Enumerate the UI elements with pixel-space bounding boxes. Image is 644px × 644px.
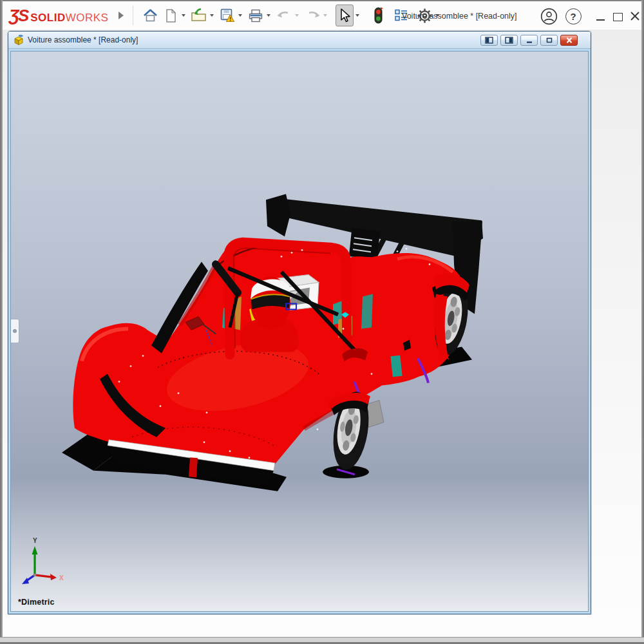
doc-close-icon — [565, 37, 573, 44]
main-toolbar: ƷSSOLIDWORKS — [3, 0, 641, 30]
document-title: Voiture assomblee * [Read-only] — [28, 35, 480, 44]
new-document-icon — [164, 8, 178, 23]
doc-restore-icon — [545, 37, 553, 44]
doc-minimize-button[interactable] — [520, 35, 538, 46]
window-border-right — [641, 0, 644, 644]
minimize-icon — [596, 19, 605, 21]
undo-button[interactable] — [275, 5, 293, 26]
open-document-button[interactable] — [190, 5, 208, 26]
save-button[interactable] — [218, 5, 236, 26]
toolbar-separator — [133, 6, 133, 25]
toolbar-flyout-arrow-icon[interactable] — [118, 12, 124, 19]
view-orientation-label: *Dimetric — [18, 598, 55, 607]
help-icon: ? — [565, 8, 582, 24]
user-icon — [540, 8, 558, 25]
doc-close-button[interactable] — [560, 35, 578, 46]
select-cursor-icon — [338, 8, 351, 23]
new-document-button[interactable] — [162, 5, 180, 26]
assembly-icon — [14, 35, 24, 45]
feature-manager-collapsed-tab[interactable] — [11, 319, 19, 343]
solidworks-logo: ƷSSOLIDWORKS — [9, 6, 108, 26]
viewport-frame: Y X *Dimetric — [8, 49, 591, 614]
document-caption-buttons — [480, 35, 578, 46]
print-icon — [248, 8, 263, 23]
redo-button[interactable] — [303, 5, 321, 26]
x-axis-label: X — [59, 574, 64, 582]
home-icon — [143, 8, 158, 23]
open-document-dropdown[interactable] — [208, 5, 216, 26]
print-button[interactable] — [247, 5, 265, 26]
select-tool-dropdown[interactable] — [354, 5, 361, 26]
open-document-icon — [191, 8, 207, 23]
y-axis-arrow — [32, 546, 38, 554]
new-document-dropdown[interactable] — [180, 5, 187, 26]
doc-minimize-icon — [526, 37, 533, 44]
home-button[interactable] — [141, 5, 159, 26]
pane-right-icon — [505, 37, 513, 44]
solidworks-app-window: ƷSSOLIDWORKS — [0, 0, 644, 644]
car-model[interactable] — [62, 194, 483, 491]
tab-grip-dot — [13, 329, 17, 333]
pane-left-icon — [485, 37, 493, 44]
minimize-button[interactable] — [591, 7, 609, 25]
undo-icon — [276, 8, 292, 23]
traffic-light-icon — [374, 6, 383, 24]
user-account-button[interactable] — [540, 7, 558, 25]
window-border-left — [0, 0, 3, 644]
pane-left-button[interactable] — [480, 35, 498, 46]
x-axis-arrow — [50, 574, 57, 580]
doc-restore-button[interactable] — [540, 35, 558, 46]
save-icon — [220, 8, 235, 23]
document-window: Voiture assomblee * [Read-only] — [8, 31, 591, 614]
orientation-triad[interactable]: Y X — [22, 537, 64, 584]
app-title: Voiture assomblee * [Read-only] — [402, 1, 517, 31]
y-axis-label: Y — [33, 537, 37, 544]
pane-right-button[interactable] — [500, 35, 518, 46]
document-titlebar[interactable]: Voiture assomblee * [Read-only] — [8, 32, 591, 49]
scene-svg: Y X — [11, 52, 588, 611]
maximize-button[interactable] — [609, 7, 627, 25]
window-border-bottom — [0, 637, 644, 644]
close-icon — [630, 11, 640, 21]
maximize-icon — [613, 13, 623, 21]
redo-icon — [305, 8, 321, 23]
undo-dropdown[interactable] — [293, 5, 301, 26]
redo-dropdown[interactable] — [321, 5, 329, 26]
graphics-viewport[interactable]: Y X *Dimetric — [10, 51, 589, 612]
help-button[interactable]: ? — [564, 7, 582, 25]
performance-button[interactable] — [369, 5, 387, 26]
front-wheel — [328, 389, 374, 472]
select-tool-button[interactable] — [336, 5, 354, 26]
save-dropdown[interactable] — [236, 5, 244, 26]
print-dropdown[interactable] — [265, 5, 272, 26]
logo-mark: ƷS — [9, 6, 28, 26]
